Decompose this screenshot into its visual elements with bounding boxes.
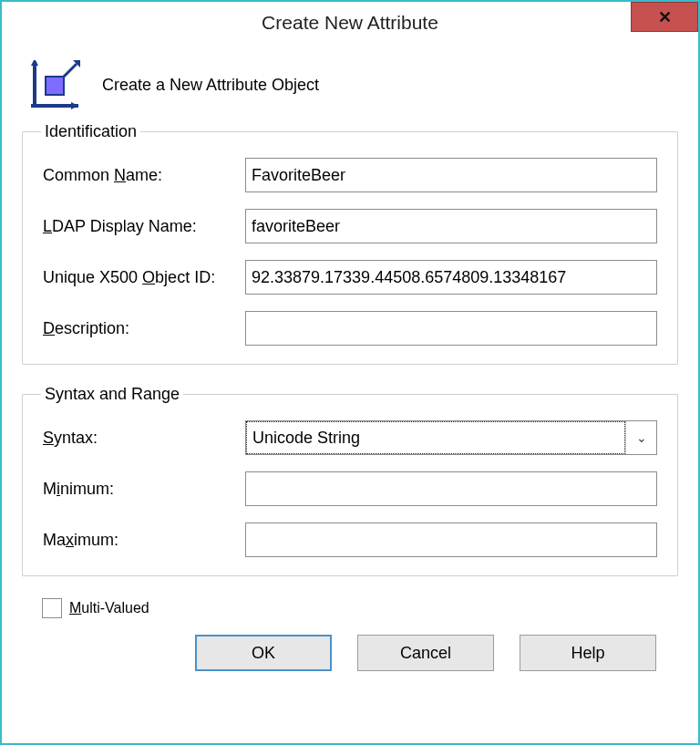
x500-oid-row: Unique X500 Object ID: <box>43 260 657 295</box>
svg-rect-4 <box>46 77 64 95</box>
create-attribute-dialog: Create New Attribute ✕ Create a New Attr… <box>0 0 700 745</box>
ok-button[interactable]: OK <box>195 635 332 671</box>
titlebar: Create New Attribute ✕ <box>2 2 698 44</box>
header-row: Create a New Attribute Object <box>27 60 678 109</box>
maximum-label: Maximum: <box>43 531 245 550</box>
syntax-selected-value: Unicode String <box>246 421 625 454</box>
minimum-label: Minimum: <box>43 480 245 499</box>
description-input[interactable] <box>245 311 657 346</box>
window-title: Create New Attribute <box>262 12 438 34</box>
attribute-icon <box>27 60 82 109</box>
close-button[interactable]: ✕ <box>631 2 698 32</box>
syntax-select[interactable]: Unicode String ⌄ <box>245 420 657 455</box>
syntax-label: Syntax: <box>43 429 245 448</box>
svg-line-5 <box>64 64 77 77</box>
ldap-name-label: LDAP Display Name: <box>43 217 245 236</box>
common-name-input[interactable] <box>245 158 657 192</box>
maximum-row: Maximum: <box>43 523 657 557</box>
cancel-button[interactable]: Cancel <box>357 635 494 671</box>
minimum-row: Minimum: <box>43 471 657 506</box>
identification-legend: Identification <box>41 122 140 141</box>
close-icon: ✕ <box>658 7 672 27</box>
chevron-down-icon: ⌄ <box>625 421 656 454</box>
help-button[interactable]: Help <box>520 635 656 671</box>
syntax-range-legend: Syntax and Range <box>41 385 183 404</box>
svg-marker-2 <box>31 60 38 66</box>
header-text: Create a New Attribute Object <box>102 76 319 95</box>
buttons-row: OK Cancel Help <box>22 635 678 678</box>
maximum-input[interactable] <box>245 523 657 557</box>
ldap-name-input[interactable] <box>245 209 657 243</box>
dialog-content: Create a New Attribute Object Identifica… <box>2 44 698 743</box>
identification-group: Identification Common Name: LDAP Display… <box>22 122 678 365</box>
description-row: Description: <box>43 311 657 346</box>
x500-oid-label: Unique X500 Object ID: <box>43 268 245 287</box>
ldap-name-row: LDAP Display Name: <box>43 209 657 243</box>
multi-valued-checkbox[interactable] <box>42 598 62 618</box>
multi-valued-row: Multi-Valued <box>42 598 678 618</box>
common-name-row: Common Name: <box>43 158 657 192</box>
description-label: Description: <box>43 319 245 338</box>
x500-oid-input[interactable] <box>245 260 657 295</box>
minimum-input[interactable] <box>245 471 657 506</box>
svg-marker-3 <box>71 102 78 109</box>
syntax-range-group: Syntax and Range Syntax: Unicode String … <box>22 385 678 576</box>
syntax-row: Syntax: Unicode String ⌄ <box>43 420 657 455</box>
common-name-label: Common Name: <box>43 166 245 185</box>
multi-valued-label: Multi-Valued <box>69 600 149 616</box>
